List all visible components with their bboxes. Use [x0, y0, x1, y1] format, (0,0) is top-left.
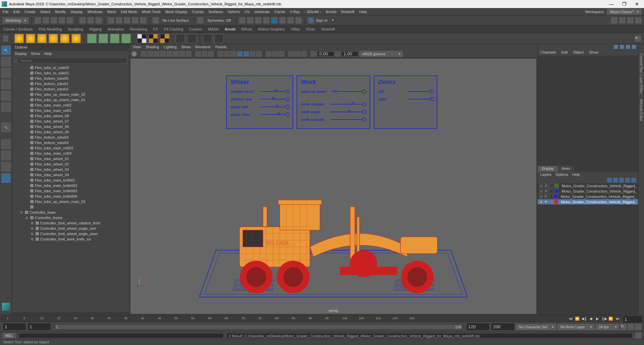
panel-icon[interactable] — [627, 17, 633, 23]
maximize-button[interactable]: ❐ — [622, 1, 627, 7]
fps-dropdown[interactable]: 24 fps — [596, 324, 619, 330]
snap-point-icon[interactable] — [124, 17, 130, 23]
shelf-tab-rigging[interactable]: Rigging — [89, 27, 102, 31]
tree-item[interactable] — [12, 204, 129, 210]
time-slider[interactable]: ⏮ ⏪ ◀❙ ◀ ▶ ❙▶ ⏩ ⏭ 1510152025303540455055… — [0, 315, 644, 322]
menu-file[interactable]: File — [3, 10, 9, 14]
vp-icon[interactable] — [141, 51, 147, 57]
tree-item[interactable]: Flex_tube_up_dowm_main_02 — [12, 92, 129, 97]
shelf-tab-bifrost[interactable]: Bifrost — [241, 27, 252, 31]
shelf-tab-curvessurfaces[interactable]: Curves / Surfaces — [3, 27, 33, 31]
anim-end-field[interactable] — [491, 323, 515, 331]
shelf-menu-icon[interactable] — [3, 36, 8, 42]
tree-item[interactable]: Flex_tube_up_dowm_main_03 — [12, 199, 129, 204]
go-end-icon[interactable]: ⏭ — [614, 316, 621, 322]
anim-start-field[interactable] — [3, 323, 26, 331]
light-manager-icon[interactable] — [214, 34, 224, 43]
shelf-tab-custom[interactable]: Custom — [189, 27, 202, 31]
symmetry-icon[interactable] — [197, 17, 203, 23]
shelf-tab-polymodeling[interactable]: Poly Modeling — [39, 27, 62, 31]
vp-gamma-field[interactable] — [341, 52, 358, 56]
outliner-tree[interactable]: Flex_tube_to_side02Flex_tube_to_side01Fl… — [12, 64, 129, 312]
render-view-icon[interactable] — [176, 34, 185, 43]
outliner-icon[interactable] — [1, 174, 11, 183]
rp-icon[interactable] — [632, 45, 636, 49]
work-knife-extrude-slider[interactable]: .rig-slider:nth-of-type(1)::after{left:9… — [331, 119, 366, 120]
tree-item[interactable]: Flex_tube_wheel_03 — [12, 167, 129, 172]
step-fwd-icon[interactable]: ❙▶ — [601, 316, 607, 322]
menu-modify[interactable]: Modify — [55, 10, 66, 14]
menu-cache[interactable]: Cache — [274, 10, 285, 14]
vp-shaded-icon[interactable] — [237, 51, 243, 57]
colorspace-dropdown[interactable]: sRGB gamma — [359, 51, 403, 57]
vp-exposure-icon[interactable] — [311, 51, 316, 57]
cb-menu-show[interactable]: Show — [589, 50, 598, 55]
shelf-tab-sculpting[interactable]: Sculpting — [68, 27, 83, 31]
go-start-icon[interactable]: ⏮ — [568, 316, 574, 322]
menu-mesh[interactable]: Mesh — [107, 10, 116, 14]
open-scene-icon[interactable] — [43, 17, 49, 23]
shelf-tab-motiongraphics[interactable]: Motion Graphics — [258, 27, 285, 31]
shelf-tab-rendering[interactable]: Rendering — [130, 27, 147, 31]
render-icon[interactable] — [247, 17, 253, 23]
vp-menu-shading[interactable]: Shading — [146, 45, 159, 50]
two-pane-icon[interactable] — [1, 162, 11, 171]
menu-dtoall[interactable]: - 3DtoAll - — [305, 10, 321, 14]
new-scene-icon[interactable] — [35, 17, 41, 23]
skydome-icon[interactable] — [14, 34, 24, 43]
tx-manager-icon[interactable] — [203, 34, 212, 43]
shelf-tab-vray[interactable]: VRay — [291, 27, 300, 31]
script-lang-dropdown[interactable]: MEL — [3, 333, 16, 338]
vp-shadows-icon[interactable] — [256, 51, 262, 57]
vp-isolate-icon[interactable] — [266, 51, 271, 57]
tree-item[interactable]: Flex_tube_wheel_07 — [12, 119, 129, 124]
layer-row[interactable]: VPMotor_Grader_Construction_Vehicle_Rigg… — [538, 194, 638, 199]
anim-layer-dropdown[interactable]: No Anim Layer — [557, 324, 594, 330]
tree-item[interactable]: Flex_tube_main_rot031 — [12, 145, 129, 151]
single-pane-icon[interactable] — [1, 139, 11, 149]
vp-exposure-field[interactable] — [317, 52, 334, 56]
tree-item[interactable]: Flex_tube_main_rot02 — [12, 102, 129, 108]
tree-item[interactable]: ⊞Controller_limit_wheel_angle_vert — [12, 226, 129, 231]
menu-uv[interactable]: UV — [245, 10, 250, 14]
scale-tool-icon[interactable] — [1, 102, 11, 112]
layer-btn-icon[interactable] — [619, 178, 624, 183]
history-icon[interactable] — [239, 17, 245, 23]
redo-icon[interactable] — [67, 17, 73, 23]
tree-item[interactable]: ⊟Controller_frame — [12, 215, 129, 220]
volume-icon[interactable] — [121, 34, 131, 43]
minimize-button[interactable]: — — [609, 1, 614, 7]
vp-menu-panels[interactable]: Panels — [215, 45, 227, 50]
vp-icon[interactable] — [186, 51, 191, 57]
lasso-tool-icon[interactable] — [1, 57, 11, 66]
last-tool-icon[interactable]: ⤡ — [1, 123, 11, 132]
menu-redshift[interactable]: Redshift — [341, 10, 355, 14]
snap-plane-icon[interactable] — [132, 17, 138, 23]
outliner-search-input[interactable] — [18, 58, 127, 64]
tree-item[interactable]: Flex_bottom_tube02 — [12, 86, 129, 92]
cb-menu-edit[interactable]: Edit — [561, 50, 568, 55]
light-portal-icon[interactable] — [60, 34, 69, 43]
tree-item[interactable]: ⊟Controller_base — [12, 210, 129, 215]
vp-menu-show[interactable]: Show — [181, 45, 191, 50]
shelf-tab-xgen[interactable]: XGen — [306, 27, 315, 31]
ipr-render-icon[interactable] — [187, 34, 197, 43]
vp-icon[interactable] — [173, 51, 178, 57]
menu-select[interactable]: Select — [40, 10, 51, 14]
character-set-dropdown[interactable]: No Character Set — [516, 324, 556, 330]
tree-item[interactable]: Flex_tube_main_knife003 — [12, 188, 129, 194]
menu-windows[interactable]: Windows — [88, 10, 103, 14]
menu-curves[interactable]: Curves — [192, 10, 204, 14]
tree-item[interactable]: Flex_tube_main_knife01 — [12, 178, 129, 183]
tree-item[interactable]: Flex_bottom_tube05 — [12, 76, 129, 81]
vp-wireframe-icon[interactable] — [231, 51, 236, 57]
tree-item[interactable]: Flex_tube_to_side02 — [12, 65, 129, 70]
outliner-menu-help[interactable]: Help — [44, 52, 52, 56]
vp-safe-icon[interactable] — [224, 51, 230, 57]
workspace-dropdown[interactable]: Maya Classic* — [607, 9, 641, 15]
render-globals-icon[interactable] — [271, 17, 277, 23]
vp-textured-icon[interactable] — [244, 51, 249, 57]
outliner-menu-show[interactable]: Show — [31, 52, 40, 56]
layers-menu-help[interactable]: Help — [572, 172, 580, 177]
rp-icon[interactable] — [620, 45, 624, 49]
